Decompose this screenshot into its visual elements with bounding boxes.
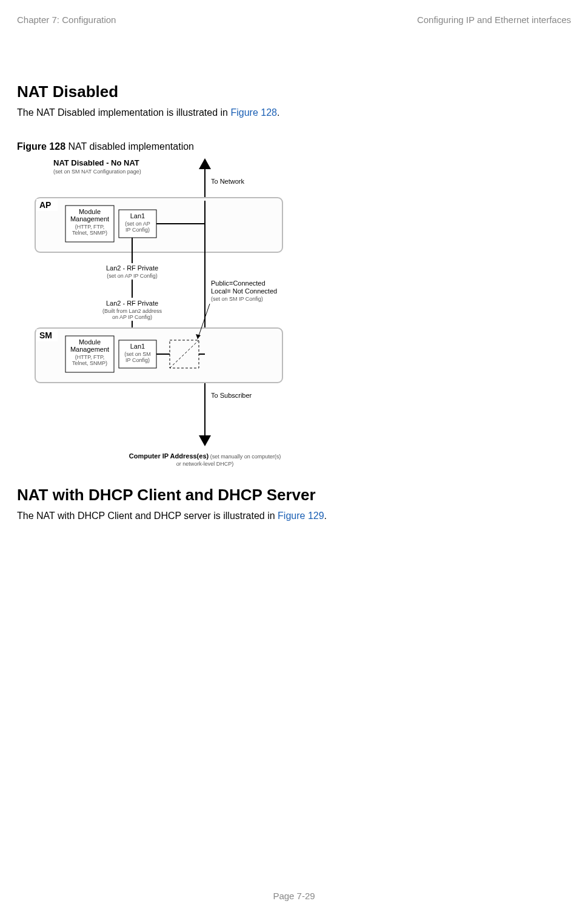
figure-caption-rest: NAT disabled implementation [65, 141, 194, 152]
diagram-ap-lan1: Lan1 [130, 212, 145, 219]
diagram-ap-module-sub1: (HTTP, FTP, [75, 224, 105, 230]
diagram-sm-lan1: Lan1 [130, 343, 145, 350]
diagram-public-line2: Local= Not Connected [211, 287, 277, 295]
diagram-sm-module-sub2: Telnet, SNMP) [72, 360, 107, 366]
diagram-computer-ip-line2: or network-level DHCP) [176, 461, 234, 467]
diagram-lan2-rf2-sub2: on AP IP Config) [112, 314, 152, 320]
diagram-to-network-label: To Network [211, 178, 245, 185]
diagram-sm-lan1-sub2: IP Config) [125, 357, 150, 363]
section-heading-nat-disabled: NAT Disabled [17, 82, 571, 101]
diagram-lan2-rf2: Lan2 - RF Private [106, 300, 158, 307]
diagram-lan2-rf1: Lan2 - RF Private [106, 264, 158, 272]
body-text-post: . [277, 107, 279, 118]
body2-text-post: . [324, 511, 327, 521]
diagram-ap-label: AP [39, 200, 51, 210]
figure-caption-bold: Figure 128 [17, 141, 65, 152]
diagram-title-sub: (set on SM NAT Configuration page) [53, 169, 141, 175]
diagram-computer-ip: Computer IP Address(es) (set manually on… [129, 452, 281, 460]
diagram-ap-lan1-sub2: IP Config) [125, 227, 150, 233]
diagram-sm-lan1-sub1: (set on SM [124, 351, 151, 357]
diagram-public-line1: Public=Connected [211, 280, 266, 287]
diagram-title: NAT Disabled - No NAT [53, 158, 139, 167]
figure-128-link[interactable]: Figure 128 [230, 107, 277, 118]
page-footer: Page 7-29 [0, 891, 588, 901]
header-left: Chapter 7: Configuration [17, 15, 116, 25]
diagram-lan2-rf2-sub1: (Built from Lan2 address [102, 308, 162, 314]
figure-129-link[interactable]: Figure 129 [278, 511, 324, 521]
figure-128-caption: Figure 128 NAT disabled implementation [17, 141, 571, 152]
section-body-nat-disabled: The NAT Disabled implementation is illus… [17, 107, 571, 118]
diagram-sm-module-mgmt2: Management [70, 346, 109, 353]
header-right: Configuring IP and Ethernet interfaces [417, 15, 571, 25]
diagram-ap-module-mgmt2: Management [70, 215, 109, 223]
section-heading-nat-dhcp: NAT with DHCP Client and DHCP Server [17, 486, 571, 504]
body-text-pre: The NAT Disabled implementation is illus… [17, 107, 230, 118]
diagram-ap-module-sub2: Telnet, SNMP) [72, 230, 107, 236]
body2-text-pre: The NAT with DHCP Client and DHCP server… [17, 511, 278, 521]
section-body-nat-dhcp: The NAT with DHCP Client and DHCP server… [17, 511, 571, 521]
diagram-lan2-rf1-sub: (set on AP IP Config) [107, 273, 158, 279]
diagram-sm-module-mgmt1: Module [79, 338, 101, 346]
diagram-public-line3: (set on SM IP Config) [211, 296, 263, 302]
diagram-sm-module-sub1: (HTTP, FTP, [75, 354, 105, 360]
diagram-ap-module-mgmt1: Module [79, 208, 101, 215]
figure-128-diagram: To Network NAT Disabled - No NAT (set on… [29, 158, 338, 474]
diagram-sm-label: SM [39, 330, 52, 340]
diagram-to-subscriber: To Subscriber [211, 392, 252, 399]
diagram-ap-lan1-sub1: (set on AP [125, 221, 150, 227]
svg-marker-22 [199, 435, 211, 446]
page-header: Chapter 7: Configuration Configuring IP … [17, 12, 571, 25]
